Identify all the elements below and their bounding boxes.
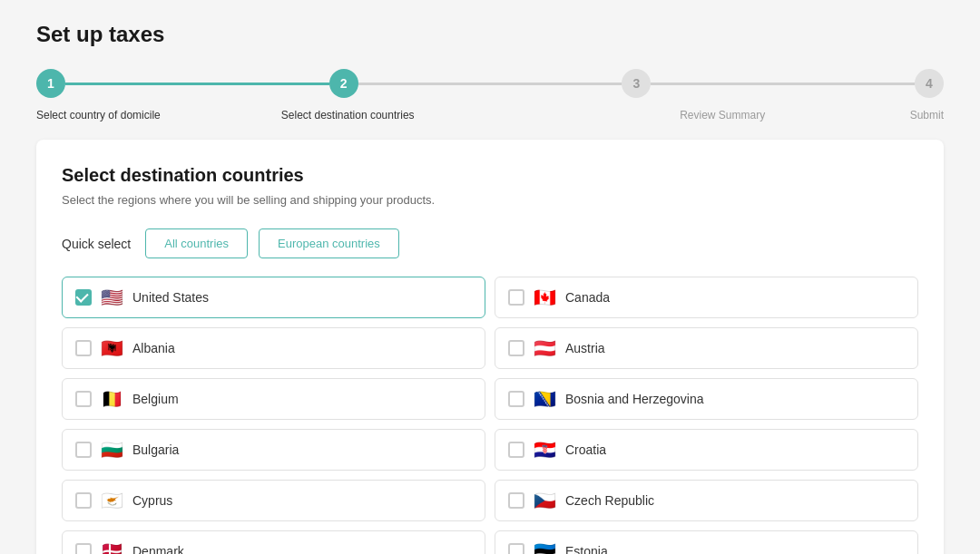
- step-label-3: Review Summary: [535, 109, 910, 121]
- page-title: Set up taxes: [36, 22, 944, 47]
- country-checkbox: [508, 442, 524, 458]
- country-name: Bosnia and Herzegovina: [565, 392, 704, 406]
- country-flag: 🇦🇱: [101, 339, 123, 357]
- country-name: Canada: [565, 290, 610, 305]
- connector-3-4: [651, 83, 915, 85]
- step-label-4: Submit: [910, 109, 944, 121]
- country-flag: 🇪🇪: [534, 542, 556, 554]
- country-name: Czech Republic: [565, 493, 654, 508]
- country-name: Belgium: [132, 392, 179, 406]
- country-flag: 🇭🇷: [534, 441, 556, 459]
- country-checkbox: [75, 543, 92, 554]
- country-flag: 🇧🇪: [101, 390, 123, 408]
- country-item[interactable]: 🇺🇸United States: [62, 277, 485, 318]
- destination-countries-card: Select destination countries Select the …: [36, 140, 944, 554]
- stepper: 1 2 3 4: [36, 69, 944, 98]
- country-flag: 🇨🇾: [101, 491, 123, 510]
- country-item[interactable]: 🇧🇬Bulgaria: [62, 429, 485, 471]
- country-name: Austria: [565, 341, 605, 355]
- step-label-2: Select destination countries: [161, 109, 535, 121]
- country-flag: 🇧🇬: [101, 441, 123, 459]
- country-grid: 🇺🇸United States🇨🇦Canada🇦🇱Albania🇦🇹Austri…: [62, 277, 918, 554]
- country-item[interactable]: 🇧🇦Bosnia and Herzegovina: [495, 378, 918, 420]
- step-label-1: Select country of domicile: [36, 109, 161, 121]
- country-checkbox: [75, 391, 92, 407]
- european-countries-button[interactable]: European countries: [259, 228, 399, 258]
- quick-select-label: Quick select: [62, 237, 131, 251]
- card-title: Select destination countries: [62, 165, 918, 186]
- step-circle-4: 4: [915, 69, 944, 98]
- country-item[interactable]: 🇩🇰Denmark: [62, 530, 485, 554]
- country-checkbox: [75, 442, 92, 458]
- country-flag: 🇦🇹: [534, 339, 556, 357]
- card-subtitle: Select the regions where you will be sel…: [62, 193, 918, 207]
- country-checkbox: [508, 289, 524, 306]
- country-item[interactable]: 🇦🇱Albania: [62, 327, 485, 369]
- country-flag: 🇩🇰: [101, 542, 123, 554]
- step-circle-1: 1: [36, 69, 65, 98]
- country-item[interactable]: 🇨🇿Czech Republic: [495, 480, 918, 521]
- step-circle-3: 3: [622, 69, 651, 98]
- country-item[interactable]: 🇪🇪Estonia: [495, 530, 918, 554]
- country-flag: 🇨🇿: [534, 491, 556, 510]
- step-2: 2: [329, 69, 358, 98]
- connector-1-2: [65, 83, 329, 85]
- country-name: United States: [132, 290, 209, 305]
- country-flag: 🇨🇦: [534, 288, 556, 306]
- all-countries-button[interactable]: All countries: [145, 228, 248, 258]
- country-name: Estonia: [565, 544, 608, 554]
- country-name: Croatia: [565, 442, 606, 457]
- country-name: Denmark: [132, 544, 184, 554]
- country-checkbox: [508, 391, 524, 407]
- step-4: 4: [915, 69, 944, 98]
- step-1: 1: [36, 69, 65, 98]
- country-checkbox: [508, 340, 524, 356]
- step-3: 3: [622, 69, 651, 98]
- country-checkbox: [508, 492, 524, 509]
- country-checkbox: [75, 340, 92, 356]
- country-name: Bulgaria: [132, 442, 179, 457]
- quick-select-row: Quick select All countries European coun…: [62, 228, 918, 258]
- connector-2-3: [358, 83, 622, 85]
- country-item[interactable]: 🇧🇪Belgium: [62, 378, 485, 420]
- country-item[interactable]: 🇦🇹Austria: [495, 327, 918, 369]
- country-checkbox: [75, 492, 92, 509]
- country-item[interactable]: 🇭🇷Croatia: [495, 429, 918, 471]
- country-item[interactable]: 🇨🇾Cyprus: [62, 480, 485, 521]
- country-flag: 🇧🇦: [534, 390, 556, 408]
- step-circle-2: 2: [329, 69, 358, 98]
- country-checkbox: [508, 543, 524, 554]
- country-name: Cyprus: [132, 493, 172, 508]
- country-item[interactable]: 🇨🇦Canada: [495, 277, 918, 318]
- country-flag: 🇺🇸: [101, 288, 123, 306]
- country-name: Albania: [132, 341, 175, 355]
- country-checkbox: [75, 289, 92, 306]
